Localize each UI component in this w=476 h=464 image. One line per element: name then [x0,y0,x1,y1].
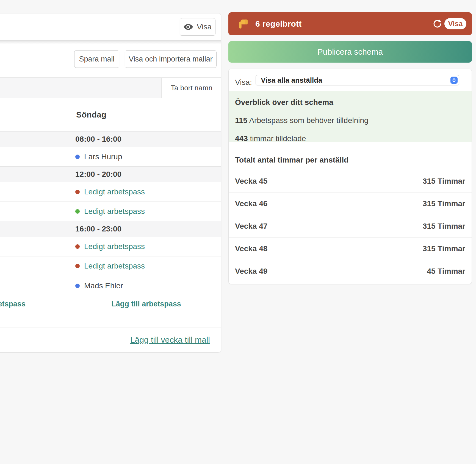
week-hours-value: 315 Timmar [423,244,465,253]
week-label: Vecka 47 [235,222,267,231]
schedule-rows: 08:00 - 16:00 Lars Hurup 12:00 - 20:00 L… [0,132,221,295]
week-hours-value: 315 Timmar [423,177,465,186]
preview-schedule-button[interactable]: Visa [180,18,215,36]
view-violations-button[interactable]: Visa [444,18,466,29]
refresh-icon[interactable] [432,19,442,29]
shift-entry-label[interactable]: Lars Hurup [84,152,122,161]
rule-violations-banner: 6 regelbrott Visa [228,12,472,35]
shift-color-dot [75,209,80,214]
remove-name-button[interactable]: Ta bort namn [161,78,221,99]
assigned-hours-line: 443 timmar tilldelade [235,134,465,143]
publish-schedule-button[interactable]: Publicera schema [228,41,472,63]
header-shadow [0,41,221,44]
week-total-row: Vecka 47 315 Timmar [229,215,472,237]
week-label: Vecka 46 [235,199,267,208]
add-shift-cell-clipped: Lägg till arbetspass [0,296,71,312]
shift-color-dot [75,155,80,159]
unassigned-shifts-line: 115 Arbetspass som behöver tilldelning [235,116,465,125]
view-import-templates-button[interactable]: Visa och importera mallar [125,50,217,68]
shift-entry-row: Ledigt arbetspass [0,256,221,276]
add-shift-link[interactable]: Lägg till arbetspass [0,300,26,308]
selected-filter-option: Visa alla anställda [261,76,322,85]
unassigned-count: 115 [235,116,247,125]
template-panel-header: Visa [0,13,221,41]
time-slot-label: 16:00 - 23:00 [75,225,121,233]
shift-entry-label[interactable]: Ledigt arbetspass [84,207,145,216]
shift-color-dot [75,284,80,288]
unassigned-label: Arbetspass som behöver tilldelning [249,116,368,125]
shift-entry-label[interactable]: Ledigt arbetspass [84,188,145,196]
schedule-template-panel: Visa Spara mall Visa och importera malla… [0,13,221,353]
week-label: Vecka 48 [235,244,267,253]
thumbs-down-icon [238,19,248,29]
day-header-row: Söndag [0,98,221,132]
shift-color-dot [75,190,80,194]
week-total-row: Vecka 46 315 Timmar [229,192,472,215]
add-shift-cell-sunday: Lägg till arbetspass [71,296,221,312]
preview-button-label: Visa [197,23,212,31]
shift-entry-label[interactable]: Ledigt arbetspass [84,262,145,270]
week-label: Vecka 45 [235,177,267,186]
time-slot-label: 08:00 - 16:00 [75,135,121,144]
violations-count-label: 6 regelbrott [255,19,302,29]
shift-entry-row: Ledigt arbetspass [0,202,221,221]
table-header-spacer [0,78,161,99]
save-template-button[interactable]: Spara mall [74,50,119,68]
time-slot-row: 12:00 - 20:00 [0,167,221,182]
assigned-hours-count: 443 [235,134,248,143]
week-hours-value: 315 Timmar [423,199,465,208]
week-total-row: Vecka 49 45 Timmar [229,260,472,282]
select-stepper-icon[interactable] [450,77,458,84]
time-slot-row: 16:00 - 23:00 [0,221,221,237]
eye-icon [184,24,193,30]
shift-entry-row: Ledigt arbetspass [0,237,221,256]
time-slot-row: 08:00 - 16:00 [0,132,221,147]
week-hours-value: 45 Timmar [427,267,465,276]
week-totals-list: Vecka 45 315 Timmar Vecka 46 315 Timmar … [229,170,472,282]
table-header-row: Ta bort namn [0,77,221,98]
column-separator [71,132,71,328]
shift-entry-label[interactable]: Ledigt arbetspass [84,242,145,251]
shift-entry-label[interactable]: Mads Ehler [84,281,123,290]
shift-color-dot [75,264,80,268]
shift-entry-row: Lars Hurup [0,147,221,167]
add-shift-row: Lägg till arbetspass Lägg till arbetspas… [0,296,221,312]
empty-row [0,312,221,328]
overview-title: Överblick över ditt schema [235,98,465,107]
add-week-to-template-link[interactable]: Lägg till vecka till mall [130,335,210,345]
shift-color-dot [75,244,80,249]
week-label: Vecka 49 [235,267,267,276]
employee-filter-select[interactable]: Visa alla anställda [256,75,459,85]
week-total-row: Vecka 48 315 Timmar [229,237,472,260]
assigned-hours-label: timmar tilldelade [250,134,306,143]
shift-entry-row: Ledigt arbetspass [0,182,221,202]
schedule-overview-box: Överblick över ditt schema 115 Arbetspas… [229,91,472,142]
filter-label: Visa: [235,78,252,87]
totals-title: Totalt antal timmar per anställd [235,156,348,164]
add-shift-link[interactable]: Lägg till arbetspass [111,300,181,308]
shift-entry-row: Mads Ehler [0,276,221,295]
time-slot-label: 12:00 - 20:00 [75,170,121,179]
week-total-row: Vecka 45 315 Timmar [229,170,472,192]
day-header-sunday: Söndag [76,110,106,119]
schedule-summary-panel: Visa: Visa alla anställda Överblick över… [228,69,472,284]
week-hours-value: 315 Timmar [423,222,465,231]
